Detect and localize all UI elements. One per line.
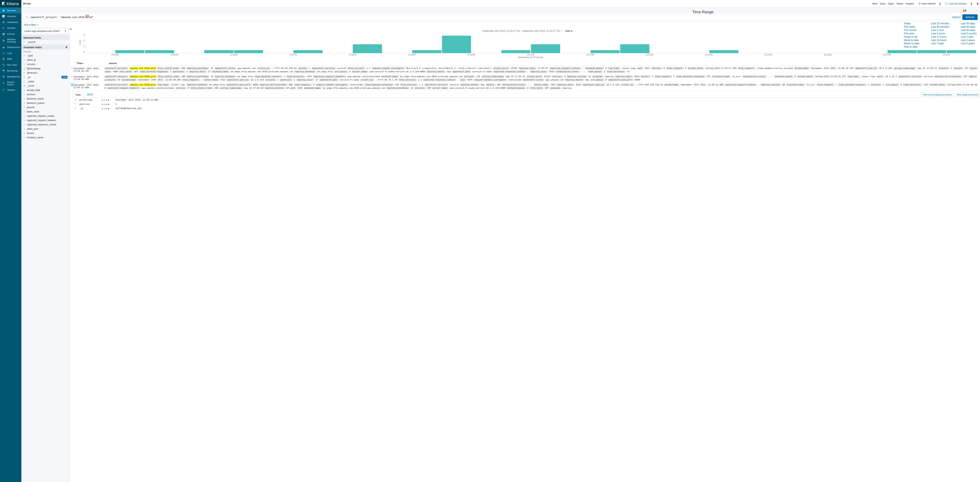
histogram-bar[interactable] xyxy=(501,50,531,53)
toggle-column-icon[interactable]: ⊞ xyxy=(106,99,107,101)
field-captured_response_cookie[interactable]: tcaptured_response_cookie xyxy=(21,122,69,127)
nav-timelion[interactable]: ⏱Timelion xyxy=(0,25,21,31)
filter-for-icon[interactable]: ⊕ xyxy=(101,108,103,110)
toggle-column-icon[interactable]: ⊞ xyxy=(106,103,107,105)
field-type-icon: t xyxy=(23,132,25,135)
histogram-bar[interactable] xyxy=(204,50,234,53)
histogram-bar[interactable] xyxy=(917,50,947,53)
query-options[interactable]: Options xyxy=(952,16,961,19)
top-open[interactable]: Open xyxy=(888,2,894,5)
histogram-bar[interactable] xyxy=(115,50,145,53)
histogram-bar[interactable] xyxy=(947,50,976,53)
histogram-bar[interactable] xyxy=(710,50,738,53)
field-frontend_name[interactable]: tfrontend_name xyxy=(21,135,69,140)
auto-refresh-toggle[interactable]: ⟳ Auto-refresh xyxy=(919,2,936,5)
toggle-column-icon[interactable]: ⊞ xyxy=(106,108,107,110)
nav-monitoring[interactable]: ❤Monitoring xyxy=(0,68,21,74)
field-@timestamp[interactable]: 🕘@timestamp xyxy=(21,67,69,71)
expand-doc-icon[interactable]: ▸ xyxy=(70,75,73,78)
nav-infrastructure[interactable]: ☁Infrastructure xyxy=(0,44,21,50)
exists-filter-icon[interactable]: ✱ xyxy=(108,108,109,110)
histogram-bar[interactable] xyxy=(145,50,174,53)
field-accept_date[interactable]: taccept_date xyxy=(21,88,69,92)
filter-out-icon[interactable]: ⊖ xyxy=(103,103,105,105)
nav-canvas[interactable]: ▦Canvas xyxy=(0,31,21,37)
nav-apm[interactable]: ⚡APM xyxy=(0,56,21,62)
histogram-bar[interactable] xyxy=(442,36,471,53)
field-_score[interactable]: #_score xyxy=(21,84,69,88)
clock-icon: 🕘 xyxy=(945,2,948,5)
histogram-bar[interactable] xyxy=(353,44,382,53)
nav-machine-learning[interactable]: ⚙Machine Learning xyxy=(0,37,21,44)
field-bytes_read[interactable]: tbytes_read xyxy=(21,110,69,114)
nav-tenants[interactable]: 👤Tenants xyxy=(0,87,21,93)
query-input[interactable] xyxy=(30,16,948,19)
nav-logs[interactable]: ≡Logs xyxy=(0,50,21,56)
collapse-sidebar-icon[interactable]: ◀ xyxy=(70,28,72,30)
view-single-button[interactable]: View single document xyxy=(955,93,980,97)
filter-for-icon[interactable]: ⊕ xyxy=(101,99,103,101)
field-actconn[interactable]: tactconn xyxy=(21,92,69,97)
view-surrounding-button[interactable]: View surrounding documents xyxy=(921,93,953,97)
nav-visualize[interactable]: 📊Visualize xyxy=(0,13,21,19)
gear-icon[interactable]: ⚙ xyxy=(65,46,67,49)
filter-out-icon[interactable]: ⊖ xyxy=(103,99,105,101)
notification-dot[interactable] xyxy=(977,3,978,5)
expand-doc-icon[interactable]: ▾ xyxy=(70,83,73,86)
top-inspect[interactable]: Inspect xyxy=(906,2,914,5)
field-client_ip[interactable]: tclient_ip xyxy=(21,58,69,62)
histogram-bar[interactable] xyxy=(620,44,649,53)
time-range-picker[interactable]: 🕘 Last 15 minutes xyxy=(945,2,967,5)
index-pattern-select[interactable]: router-logs-amazee-com-2018-* ▼ xyxy=(22,28,68,34)
tr-quick-last-15-minutes[interactable]: Last 15 minutes xyxy=(931,22,949,25)
top-share[interactable]: Share xyxy=(897,2,904,5)
histogram-bar[interactable] xyxy=(293,50,323,53)
histogram-bar[interactable] xyxy=(412,50,441,53)
time-step-fwd[interactable]: ❯ xyxy=(969,2,973,6)
field-@version[interactable]: t@version xyxy=(21,71,69,75)
histogram-bar[interactable] xyxy=(888,50,917,53)
histogram-bars[interactable] xyxy=(85,34,976,53)
field-type-icon: t xyxy=(23,97,25,100)
field-backend_name[interactable]: tbackend_name xyxy=(21,97,69,101)
field-backend_queue[interactable]: tbackend_queue xyxy=(21,101,69,105)
tr-quick-last-30-days[interactable]: Last 30 days xyxy=(961,22,977,25)
field-_type[interactable]: t_type xyxy=(21,54,69,58)
nav-search-guard[interactable]: 🛡Search Guard xyxy=(0,80,21,87)
col-source[interactable]: _source xyxy=(108,62,117,65)
top-new[interactable]: New xyxy=(872,2,878,5)
field-_index[interactable]: t_index xyxy=(21,80,69,84)
field-feconn[interactable]: tfeconn xyxy=(21,131,69,135)
available-fields-title: Available fields xyxy=(23,46,42,49)
field-client_port[interactable]: tclient_port xyxy=(21,127,69,131)
field-_id[interactable]: t_idadd xyxy=(21,75,69,80)
histogram-bar[interactable] xyxy=(531,44,560,53)
nav-dashboard[interactable]: ⊞Dashboard xyxy=(0,19,21,25)
detail-tab-table[interactable]: Table xyxy=(73,92,83,97)
logo[interactable]: kibana xyxy=(0,0,21,8)
detail-tab-json[interactable]: JSON xyxy=(84,92,95,97)
col-time[interactable]: Time ▾ xyxy=(76,62,108,65)
field-captured_request_headers[interactable]: tcaptured_request_headers xyxy=(21,118,69,122)
refresh-button[interactable]: Refresh xyxy=(963,14,978,20)
top-save[interactable]: Save xyxy=(880,2,886,5)
exists-filter-icon[interactable]: ✱ xyxy=(108,103,109,105)
field-_source[interactable]: ?_source xyxy=(21,40,69,44)
nav-dev-tools[interactable]: 🔧Dev Tools xyxy=(0,62,21,68)
doc-timestamp: September 24th 2019, 12:05:13.889 xyxy=(73,83,105,89)
add-filter-link[interactable]: Add a filter + xyxy=(24,23,38,26)
field-captured_request_cookie[interactable]: tcaptured_request_cookie xyxy=(21,114,69,118)
time-step-back[interactable]: ❮ xyxy=(938,2,942,6)
add-field-button[interactable]: add xyxy=(62,76,67,79)
filter-out-icon[interactable]: ⊖ xyxy=(103,108,105,110)
field-beconn[interactable]: tbeconn xyxy=(21,105,69,110)
histogram-bar[interactable] xyxy=(234,50,263,53)
nav-management[interactable]: ⚙Management xyxy=(0,74,21,80)
tr-quick-today[interactable]: Today xyxy=(904,22,920,25)
interval-select[interactable]: Auto xyxy=(564,29,573,32)
exists-filter-icon[interactable]: ✱ xyxy=(108,99,109,101)
filter-for-icon[interactable]: ⊕ xyxy=(101,103,103,105)
expand-doc-icon[interactable]: ▸ xyxy=(70,67,73,69)
field-srvconn[interactable]: tsrvconn xyxy=(21,62,69,67)
histogram-bar[interactable] xyxy=(590,50,620,53)
